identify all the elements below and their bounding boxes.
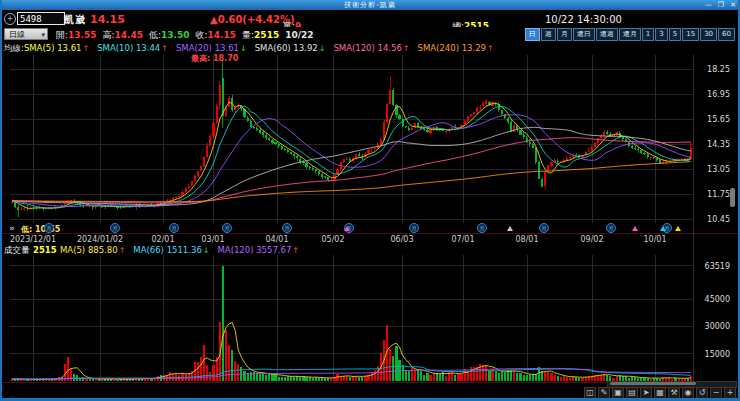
volume-axis-tick: 30000 <box>694 322 730 331</box>
monthly-revenue-marker[interactable]: 月 <box>477 223 487 233</box>
window-controls: — ❐ ✕ <box>705 0 736 10</box>
quote-datetime: 10/22 14:30:00 <box>545 14 622 25</box>
expand-markers-icon[interactable]: » <box>9 223 15 233</box>
sma-legend-item: SMA(120) 14.56↑ <box>333 43 409 53</box>
sma-legend-item: SMA(5) 13.61↑ <box>24 43 89 53</box>
monthly-revenue-marker[interactable]: 月 <box>539 223 549 233</box>
up-arrow-icon: ↑ <box>487 44 494 53</box>
sma-legend-text: SMA(5) 13.61 <box>24 43 82 53</box>
monthly-revenue-marker[interactable]: 月 <box>222 223 232 233</box>
monthly-revenue-marker[interactable]: 月 <box>169 223 179 233</box>
ohlc-pair-label: 開: <box>56 30 68 40</box>
period-button-15[interactable]: 15 <box>682 28 699 41</box>
maximize-button[interactable]: ❐ <box>718 0 724 10</box>
sma-legend-item: SMA(60) 13.92↓ <box>255 43 326 53</box>
chevron-down-icon: ▾ <box>41 29 45 41</box>
volume-axis-tick: 15000 <box>694 350 730 359</box>
up-arrow-icon: ↑ <box>292 246 299 255</box>
date-axis-label: 07/01 <box>428 235 498 244</box>
monthly-revenue-marker[interactable]: 月 <box>44 223 54 233</box>
quote-bar: + 凱崴 14.15 ▲0.60(+4.42%) 單:9 總:2515 10/2… <box>0 10 740 27</box>
volume-gridlines <box>10 255 693 381</box>
date-axis-label: 08/01 <box>492 235 562 244</box>
sma-line-10 <box>12 106 691 208</box>
period-button-日[interactable]: 日 <box>525 28 540 41</box>
monthly-revenue-marker[interactable]: 月 <box>110 223 120 233</box>
stock-code-input[interactable] <box>17 12 65 25</box>
period-button-3[interactable]: 3 <box>655 28 667 41</box>
period-button-5[interactable]: 5 <box>669 28 681 41</box>
volume-axis-tick: 63519 <box>694 262 730 271</box>
ohlc-pair-value: 10/22 <box>285 30 313 40</box>
period-button-月[interactable]: 月 <box>557 28 572 41</box>
sma-legend-item: SMA(240) 13.29↑ <box>418 43 494 53</box>
volume-axis-tick: 45000 <box>694 295 730 304</box>
event-triangle-marker[interactable] <box>507 226 513 231</box>
sma-legend-text: SMA(120) 14.56 <box>333 43 401 53</box>
sma-legend-text: SMA(10) 13.44 <box>97 43 160 53</box>
price-axis-tick: 14.35 <box>694 140 730 149</box>
title-bar: 技術分析-凱崴 — ❐ ✕ <box>0 0 740 10</box>
period-button-還月[interactable]: 還月 <box>619 28 641 41</box>
period-dropdown[interactable]: 日線 ▾ <box>4 28 48 40</box>
horizontal-scrollbar-handle[interactable] <box>610 382 696 385</box>
period-button-60[interactable]: 60 <box>718 28 735 41</box>
vertical-scrollbar-handle[interactable] <box>730 188 735 207</box>
ohlc-pair: 10/22 <box>285 30 313 40</box>
period-button-1[interactable]: 1 <box>642 28 654 41</box>
monthly-revenue-marker[interactable]: 月 <box>409 223 419 233</box>
sma-legend-text: SMA(60) 13.92 <box>255 43 318 53</box>
period-dropdown-value: 日線 <box>9 30 25 39</box>
event-triangle-marker[interactable] <box>660 226 666 231</box>
date-axis-label: 03/01 <box>178 235 248 244</box>
ohlc-pair-label: 高: <box>103 30 115 40</box>
ohlc-bar: 日線 ▾ 開:13.55高:14.45低:13.50收:14.15量:25151… <box>0 27 740 42</box>
period-button-週[interactable]: 週 <box>541 28 556 41</box>
high-price-marker: 最高: 18.70 <box>191 53 238 64</box>
price-axis-tick: 11.75 <box>694 190 730 199</box>
price-chart[interactable] <box>10 55 693 223</box>
ohlc-pair-value: 13.50 <box>161 30 189 40</box>
period-button-還日[interactable]: 還日 <box>573 28 595 41</box>
ohlc-pair-value: 2515 <box>254 30 279 40</box>
monthly-revenue-marker[interactable]: 月 <box>606 223 616 233</box>
monthly-revenue-marker[interactable]: 月 <box>282 223 292 233</box>
minimize-button[interactable]: — <box>705 0 712 10</box>
down-arrow-icon: ↓ <box>319 44 326 53</box>
up-arrow-icon: ↑ <box>161 44 168 53</box>
ohlc-pair: 量:2515 <box>242 30 279 40</box>
date-axis-label: 2024/01/02 <box>65 235 135 244</box>
event-triangle-marker[interactable] <box>632 226 638 231</box>
close-button[interactable]: ✕ <box>730 0 736 10</box>
volume-ma-item: MA(5) 885.80↑ <box>60 245 125 255</box>
date-axis-label: 10/01 <box>620 235 690 244</box>
period-buttons: 日週月還日還週還月135153060 <box>525 28 735 41</box>
sma-legend-text: SMA(20) 13.61 <box>176 43 239 53</box>
volume-legend: 成交量 2515 MA(5) 885.80↑MA(66) 1511.36↓MA(… <box>0 245 740 255</box>
event-marker-row: » 低: 10.55 月月月月月月月月月月月 <box>0 223 740 233</box>
event-triangle-marker[interactable] <box>675 226 681 231</box>
date-axis-label: 09/02 <box>557 235 627 244</box>
up-arrow-icon: ↑ <box>83 44 90 53</box>
volume-ma-text: MA(66) 1511.36 <box>133 245 201 255</box>
volume-bars <box>11 266 692 382</box>
window-border-left <box>0 0 2 401</box>
volume-chart[interactable] <box>10 255 693 381</box>
sma-legend-text: SMA(240) 13.29 <box>418 43 486 53</box>
add-symbol-icon[interactable]: + <box>4 13 16 25</box>
ohlc-pair: 高:14.45 <box>103 30 144 40</box>
period-button-還週[interactable]: 還週 <box>596 28 618 41</box>
event-triangle-marker[interactable] <box>344 226 350 231</box>
stock-name: 凱崴 <box>64 13 86 27</box>
sma-prefix: 均線: <box>4 43 24 53</box>
sma-legend-item: SMA(20) 13.61↓ <box>176 43 247 53</box>
volume-value: 2515 <box>33 245 57 255</box>
sma-line-5 <box>12 102 691 208</box>
price-axis-tick: 15.65 <box>694 115 730 124</box>
price-change: ▲0.60(+4.42%) <box>210 14 295 25</box>
period-button-30[interactable]: 30 <box>700 28 717 41</box>
app-window: 技術分析-凱崴 — ❐ ✕ + 凱崴 14.15 ▲0.60(+4.42%) 單… <box>0 0 740 401</box>
ohlc-pair-value: 13.55 <box>68 30 96 40</box>
sma-legend: 均線:SMA(5) 13.61↑SMA(10) 13.44↑SMA(20) 13… <box>0 42 740 55</box>
price-axis-tick: 18.25 <box>694 65 730 74</box>
